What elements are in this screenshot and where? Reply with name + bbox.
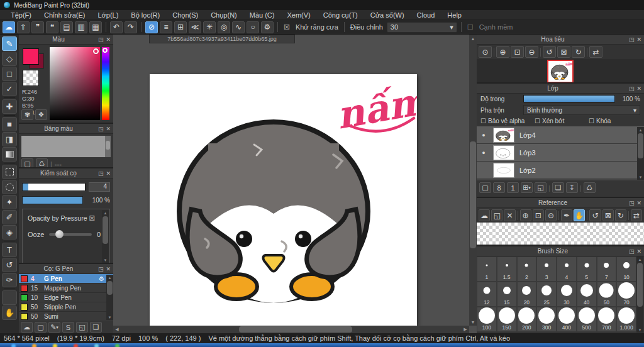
- page-button[interactable]: ▤: [60, 21, 73, 33]
- snap-radial-button[interactable]: ✳: [203, 21, 216, 33]
- brush-size-cell[interactable]: 400: [557, 307, 577, 332]
- ooze-slider[interactable]: [49, 233, 92, 236]
- close-icon[interactable]: ✕: [636, 248, 641, 255]
- ref-open-button[interactable]: ◱: [491, 209, 502, 221]
- menu-item[interactable]: Help: [441, 11, 467, 19]
- layer-merge-button[interactable]: ↧: [566, 182, 578, 193]
- eyedropper-tool[interactable]: [2, 290, 17, 305]
- layer-thumbnail[interactable]: [493, 163, 514, 178]
- control-point-tool[interactable]: ✓: [2, 82, 17, 96]
- nav-fit-button[interactable]: ⊡: [511, 46, 524, 58]
- snap-grid-button[interactable]: ⊞: [174, 21, 187, 33]
- popout-icon[interactable]: ◳: [98, 266, 104, 272]
- antialias-checkbox[interactable]: ☒: [284, 23, 290, 31]
- brush-size-cell[interactable]: 500: [577, 307, 597, 332]
- nav-rotate-cw-button[interactable]: ↻: [572, 46, 585, 58]
- brush-list-item[interactable]: 15Mapping Pen: [19, 284, 113, 293]
- drawing-canvas[interactable]: [150, 74, 417, 326]
- brush-size-cell[interactable]: 50: [597, 282, 617, 307]
- ref-rotate-ccw-button[interactable]: ↺: [589, 209, 601, 221]
- alpha-protect-checkbox[interactable]: ☐Bảo vệ alpha: [480, 118, 532, 124]
- ref-picker-button[interactable]: ✒: [561, 209, 572, 221]
- cloud-button[interactable]: ☁: [3, 21, 15, 33]
- menu-item[interactable]: Cửa sổ(W): [365, 11, 410, 19]
- palette-scrollbar[interactable]: [105, 136, 111, 157]
- brush-size-cell[interactable]: 30: [557, 282, 577, 307]
- menu-item[interactable]: Xem(V): [281, 11, 316, 19]
- brush-size-cell[interactable]: 12: [477, 282, 497, 307]
- popout-icon[interactable]: ◳: [98, 126, 104, 132]
- brush-size-cell[interactable]: 15: [497, 282, 517, 307]
- brush-list-item[interactable]: 50Stipple Pen: [19, 302, 113, 312]
- layer-add-menu-button[interactable]: ⊞▾: [521, 182, 533, 193]
- clipping-checkbox[interactable]: ☐Xén bớt: [535, 118, 586, 124]
- menu-item[interactable]: Lớp(L): [92, 11, 124, 19]
- ref-flip-button[interactable]: ⇄: [631, 209, 642, 221]
- brush-size-cell[interactable]: 4: [557, 256, 577, 282]
- brush-size-cell[interactable]: 10: [616, 256, 636, 282]
- menu-item[interactable]: Tệp(F): [5, 11, 37, 19]
- brush-opacity-slider[interactable]: [22, 196, 83, 204]
- hand-tool[interactable]: ✋: [2, 306, 17, 320]
- layer-thumbnail[interactable]: [493, 145, 514, 160]
- reference-view[interactable]: [477, 223, 644, 245]
- chat-button[interactable]: ❝: [46, 21, 58, 33]
- navigator-thumbnail[interactable]: [547, 60, 574, 83]
- canvas-vertical-scrollbar[interactable]: ▲ ▼: [469, 35, 477, 326]
- foreground-color-swatch[interactable]: [23, 48, 39, 65]
- snap-ellipse-button[interactable]: ○: [247, 21, 259, 33]
- canvas-horizontal-scrollbar[interactable]: ◀ ▶: [113, 326, 469, 333]
- brush-add-menu-button[interactable]: ✎▾: [48, 322, 60, 333]
- brush-size-value[interactable]: 4: [89, 182, 110, 192]
- layer-duplicate-button[interactable]: ❏: [552, 182, 564, 193]
- layer-item[interactable]: ●Lớp3: [477, 144, 644, 162]
- redo-button[interactable]: ↷: [125, 21, 137, 33]
- layer-add-1bit-button[interactable]: 1: [507, 182, 519, 193]
- palette-set-button[interactable]: ❖: [35, 109, 47, 120]
- brush-size-scrollbar[interactable]: ▲ ▼: [636, 256, 643, 333]
- select-marquee-tool[interactable]: [2, 165, 17, 179]
- select-eraser-tool[interactable]: ◈: [2, 225, 17, 240]
- menu-item[interactable]: Công cụ(T): [318, 11, 364, 19]
- nav-zoom-actual-button[interactable]: ⊙: [479, 46, 492, 58]
- brush-list-item[interactable]: 4G Pen⚙: [19, 274, 113, 284]
- brush-list-scrollbar[interactable]: ▲ ▼: [106, 275, 113, 320]
- brush-size-cell[interactable]: 70: [616, 282, 636, 307]
- magic-wand-tool[interactable]: ✦: [2, 195, 17, 209]
- snap-concentric-button[interactable]: ◎: [218, 21, 230, 33]
- close-icon[interactable]: ✕: [106, 266, 111, 272]
- popout-icon[interactable]: ◳: [629, 85, 635, 92]
- nav-zoom-in-button[interactable]: ⊕: [496, 46, 509, 58]
- brush-size-cell[interactable]: 100: [477, 307, 497, 332]
- publish-button[interactable]: ⇧: [17, 21, 30, 33]
- bucket-tool[interactable]: ◨: [2, 132, 17, 146]
- snap-parallel-button[interactable]: ≡: [160, 21, 172, 33]
- fill-rect-tool[interactable]: ■: [2, 117, 17, 131]
- brush-size-cell[interactable]: 25: [536, 282, 557, 307]
- lock-checkbox[interactable]: ☐Khóa: [589, 118, 640, 124]
- frame-tool[interactable]: □: [2, 67, 17, 81]
- layer-visibility-toggle[interactable]: ●: [479, 150, 488, 156]
- brush-size-cell[interactable]: 20: [517, 282, 537, 307]
- layer-visibility-toggle[interactable]: ●: [479, 132, 488, 138]
- popout-icon[interactable]: ◳: [629, 200, 635, 206]
- title-bar[interactable]: MediBang Paint Pro (32bit): [0, 0, 644, 10]
- close-icon[interactable]: ✕: [636, 85, 641, 92]
- layer-blend-select[interactable]: Bình thường ▾: [523, 105, 640, 115]
- pressure-checkbox[interactable]: ☒: [89, 214, 94, 222]
- transparent-color-swatch[interactable]: [23, 70, 39, 86]
- brush-size-cell[interactable]: 2: [517, 256, 537, 282]
- ref-zoom-out-button[interactable]: ⊖: [545, 209, 557, 221]
- close-icon[interactable]: ✕: [106, 36, 111, 43]
- sv-marker[interactable]: [93, 48, 99, 54]
- layer-thumbnail[interactable]: [493, 128, 514, 143]
- layer-list-scrollbar[interactable]: ▲ ▼: [637, 127, 644, 180]
- canvas-area[interactable]: 7b556ad807c34937a93411be07dd0b65.jpg ▲ ▼…: [113, 35, 477, 333]
- navigator-view[interactable]: [477, 59, 644, 84]
- move-tool[interactable]: ✚: [2, 99, 17, 114]
- transform-tool[interactable]: ↺: [2, 258, 17, 272]
- layer-delete-button[interactable]: ♺: [584, 182, 596, 193]
- ref-rotate-cw-button[interactable]: ↻: [615, 209, 626, 221]
- palette-swatch-list[interactable]: [21, 136, 111, 157]
- brush-script-button[interactable]: S: [62, 322, 74, 333]
